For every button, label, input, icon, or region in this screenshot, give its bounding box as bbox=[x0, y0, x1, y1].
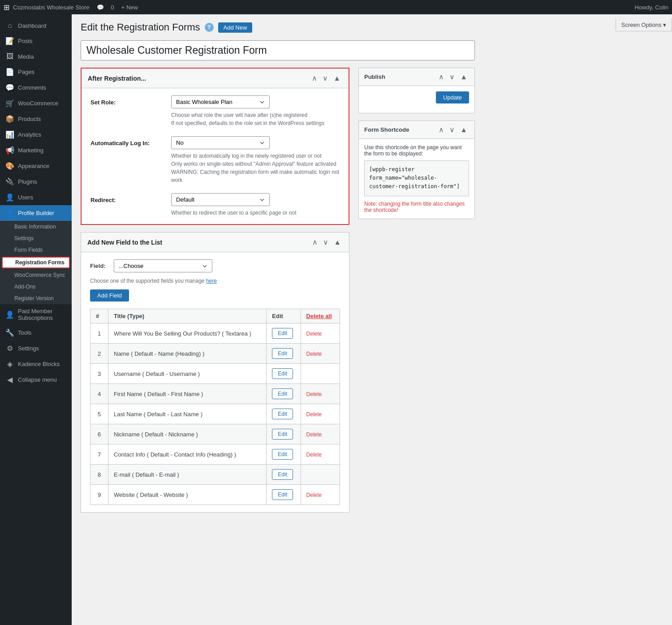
site-name[interactable]: Cozmoslabs Wholesale Store bbox=[13, 4, 90, 11]
new-content-link[interactable]: + New bbox=[121, 4, 138, 11]
publish-panel-toggle-btn[interactable]: ▲ bbox=[458, 72, 469, 82]
add-field-panel-up-btn[interactable]: ∧ bbox=[310, 237, 319, 247]
sidebar-item-label: Appearance bbox=[18, 163, 49, 169]
sidebar-item-label: Dashboard bbox=[18, 22, 47, 29]
sidebar-item-products[interactable]: 📦 Products bbox=[0, 111, 72, 127]
shortcode-description: Use this shortcode on the page you want … bbox=[364, 144, 469, 157]
field-choose-select[interactable]: ...Choose bbox=[114, 259, 212, 272]
redirect-select[interactable]: Default Custom URL Dashboard bbox=[171, 193, 270, 206]
shortcode-panel-up-btn[interactable]: ∧ bbox=[437, 125, 446, 135]
sidebar-item-posts[interactable]: 📝 Posts bbox=[0, 33, 72, 49]
submenu-item-form-fields[interactable]: Form Fields bbox=[0, 244, 72, 256]
delete-link[interactable]: Delete bbox=[306, 351, 322, 357]
delete-link[interactable]: Delete bbox=[306, 431, 322, 438]
row-title: E-mail ( Default - E-mail ) bbox=[108, 465, 267, 485]
edit-button[interactable]: Edit bbox=[272, 489, 293, 500]
col-delete-all[interactable]: Delete all bbox=[301, 309, 340, 323]
sidebar-item-label: Paid Member Subscriptions bbox=[18, 308, 66, 321]
tools-icon: 🔧 bbox=[5, 328, 14, 337]
sidebar-item-profile-builder[interactable]: 👤 Profile Builder bbox=[0, 205, 72, 221]
row-delete-cell bbox=[301, 465, 340, 485]
submenu-item-woocommerce-sync[interactable]: WooCommerce Sync bbox=[0, 269, 72, 281]
screen-options-button[interactable]: Screen Options ▾ bbox=[616, 19, 672, 31]
comments-icon[interactable]: 💬 bbox=[97, 4, 104, 11]
sidebar-item-label: Posts bbox=[18, 38, 33, 44]
delete-link[interactable]: Delete bbox=[306, 492, 322, 498]
sidebar-item-media[interactable]: 🖼 Media bbox=[0, 49, 72, 64]
row-number: 1 bbox=[90, 323, 108, 344]
delete-link[interactable]: Delete bbox=[306, 391, 322, 397]
auto-login-label: Automatically Log In: bbox=[90, 140, 150, 147]
sidebar-item-paid-member[interactable]: 👤 Paid Member Subscriptions bbox=[0, 304, 72, 325]
panel-collapse-down-btn[interactable]: ∨ bbox=[321, 73, 330, 83]
paid-member-icon: 👤 bbox=[5, 310, 14, 319]
shortcode-panel-toggle-btn[interactable]: ▲ bbox=[458, 125, 469, 135]
sidebar-item-comments[interactable]: 💬 Comments bbox=[0, 80, 72, 95]
profile-builder-icon: 👤 bbox=[5, 209, 14, 217]
col-title: Title (Type) bbox=[108, 309, 267, 323]
row-title: Last Name ( Default - Last Name ) bbox=[108, 404, 267, 424]
row-edit-cell: Edit bbox=[267, 444, 301, 465]
table-row: 3Username ( Default - Username )Edit bbox=[90, 364, 340, 384]
delete-link[interactable]: Delete bbox=[306, 411, 322, 418]
edit-button[interactable]: Edit bbox=[272, 388, 293, 399]
auto-login-hint1: Whether to automatically log in the newl… bbox=[171, 152, 340, 160]
sidebar-item-collapse[interactable]: ◀ Collapse menu bbox=[0, 372, 72, 388]
delete-link[interactable]: Delete bbox=[306, 331, 322, 337]
edit-button[interactable]: Edit bbox=[272, 328, 293, 339]
row-delete-cell: Delete bbox=[301, 384, 340, 404]
sidebar-item-dashboard[interactable]: ⌂ Dashboard bbox=[0, 18, 72, 33]
shortcode-panel-down-btn[interactable]: ∨ bbox=[448, 125, 457, 135]
sidebar-item-marketing[interactable]: 📢 Marketing bbox=[0, 142, 72, 158]
edit-button[interactable]: Edit bbox=[272, 469, 293, 480]
edit-button[interactable]: Edit bbox=[272, 368, 293, 379]
submenu-item-add-ons[interactable]: Add-Ons bbox=[0, 281, 72, 293]
add-field-button[interactable]: Add Field bbox=[90, 289, 129, 302]
edit-button[interactable]: Edit bbox=[272, 449, 293, 460]
submenu-item-settings[interactable]: Settings bbox=[0, 233, 72, 244]
sidebar-item-appearance[interactable]: 🎨 Appearance bbox=[0, 158, 72, 174]
delete-link[interactable]: Delete bbox=[306, 452, 322, 458]
table-row: 2Name ( Default - Name (Heading) )EditDe… bbox=[90, 344, 340, 364]
sidebar-item-analytics[interactable]: 📊 Analytics bbox=[0, 127, 72, 142]
users-icon: 👤 bbox=[5, 193, 14, 202]
edit-button[interactable]: Edit bbox=[272, 348, 293, 359]
set-role-select[interactable]: Basic Wholesale Plan Customer Editor bbox=[171, 95, 270, 108]
sidebar-item-label: Pages bbox=[18, 69, 34, 75]
sidebar-item-pages[interactable]: 📄 Pages bbox=[0, 64, 72, 80]
submenu-item-registration-forms[interactable]: Registration Forms bbox=[2, 257, 70, 268]
publish-panel-up-btn[interactable]: ∧ bbox=[437, 72, 446, 82]
help-icon[interactable]: ? bbox=[205, 23, 214, 32]
add-new-button[interactable]: Add New bbox=[218, 22, 253, 33]
row-delete-cell: Delete bbox=[301, 344, 340, 364]
sidebar-item-users[interactable]: 👤 Users bbox=[0, 190, 72, 205]
row-delete-cell: Delete bbox=[301, 424, 340, 444]
row-number: 2 bbox=[90, 344, 108, 364]
edit-button[interactable]: Edit bbox=[272, 409, 293, 419]
comments-icon: 💬 bbox=[5, 83, 14, 92]
panel-collapse-up-btn[interactable]: ∧ bbox=[310, 73, 319, 83]
sidebar-item-tools[interactable]: 🔧 Tools bbox=[0, 325, 72, 341]
update-button[interactable]: Update bbox=[436, 91, 469, 103]
dashboard-icon: ⌂ bbox=[5, 22, 14, 30]
sidebar-item-plugins[interactable]: 🔌 Plugins bbox=[0, 174, 72, 190]
auto-login-select[interactable]: No Yes bbox=[171, 136, 270, 149]
panel-toggle-btn[interactable]: ▲ bbox=[332, 73, 342, 83]
add-field-panel-toggle-btn[interactable]: ▲ bbox=[332, 237, 343, 247]
row-title: Website ( Default - Website ) bbox=[108, 485, 267, 505]
table-row: 9Website ( Default - Website )EditDelete bbox=[90, 485, 340, 505]
sidebar-item-kadence[interactable]: ◈ Kadence Blocks bbox=[0, 356, 72, 372]
edit-button[interactable]: Edit bbox=[272, 429, 293, 440]
sidebar-item-woocommerce[interactable]: 🛒 WooCommerce bbox=[0, 95, 72, 111]
sidebar-item-settings[interactable]: ⚙ Settings bbox=[0, 341, 72, 356]
row-edit-cell: Edit bbox=[267, 344, 301, 364]
add-field-panel-down-btn[interactable]: ∨ bbox=[321, 237, 330, 247]
publish-panel-down-btn[interactable]: ∨ bbox=[448, 72, 457, 82]
submenu-item-register-version[interactable]: Register Version bbox=[0, 293, 72, 304]
marketing-icon: 📢 bbox=[5, 146, 14, 155]
submenu-item-basic-info[interactable]: Basic Information bbox=[0, 221, 72, 233]
row-number: 6 bbox=[90, 424, 108, 444]
field-hint-link[interactable]: here bbox=[206, 278, 217, 284]
form-title-input[interactable] bbox=[81, 40, 475, 60]
table-row: 8E-mail ( Default - E-mail )Edit bbox=[90, 465, 340, 485]
